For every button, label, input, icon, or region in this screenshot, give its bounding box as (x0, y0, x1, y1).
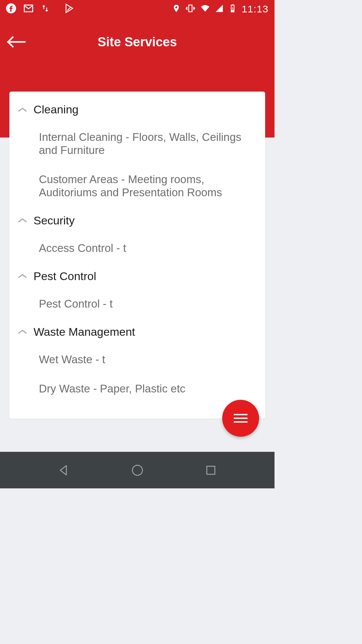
nav-back-button[interactable] (54, 460, 74, 480)
services-card: Cleaning Internal Cleaning - Floors, Wal… (9, 92, 265, 419)
svg-rect-8 (207, 466, 215, 474)
status-left-icons (6, 3, 74, 15)
android-nav-bar (0, 452, 275, 488)
svg-point-7 (132, 465, 142, 475)
wifi-icon (200, 3, 210, 15)
chevron-up-icon (17, 215, 27, 225)
nav-recent-button[interactable] (201, 460, 221, 480)
facebook-icon (6, 3, 16, 15)
chevron-up-icon (17, 327, 27, 337)
page-title: Site Services (0, 35, 275, 49)
section-header-security[interactable]: Security (9, 207, 265, 234)
play-store-icon (64, 3, 74, 15)
status-right-icons: 11:13 (172, 3, 268, 15)
list-item[interactable]: Wet Waste - t (9, 346, 265, 374)
battery-charging-icon (228, 4, 237, 14)
svg-point-2 (175, 6, 177, 8)
section-header-waste-management[interactable]: Waste Management (9, 318, 265, 346)
svg-rect-6 (231, 10, 234, 12)
section-header-cleaning[interactable]: Cleaning (9, 96, 265, 123)
list-item[interactable]: Access Control - t (9, 234, 265, 262)
list-item[interactable]: Internal Cleaning - Floors, Walls, Ceili… (9, 123, 265, 164)
svg-rect-3 (189, 5, 192, 12)
section-title: Cleaning (34, 103, 78, 116)
nav-home-button[interactable] (127, 460, 147, 480)
section-title: Security (34, 214, 75, 227)
status-bar: 11:13 (0, 0, 275, 18)
section-title: Waste Management (34, 325, 135, 338)
status-time: 11:13 (242, 3, 268, 15)
chevron-up-icon (17, 105, 27, 115)
data-sync-icon (41, 4, 50, 14)
title-row: Site Services (0, 30, 275, 54)
list-item[interactable]: Customer Areas - Meeting rooms, Auditori… (9, 164, 265, 207)
section-header-pest-control[interactable]: Pest Control (9, 262, 265, 290)
list-item[interactable]: Dry Waste - Paper, Plastic etc (9, 374, 265, 403)
fab-menu-button[interactable] (222, 400, 259, 437)
chevron-up-icon (17, 271, 27, 281)
list-item[interactable]: Pest Control - t (9, 290, 265, 318)
vibrate-icon (185, 3, 195, 15)
svg-rect-5 (232, 4, 233, 5)
location-icon (172, 4, 181, 14)
gmail-icon (23, 3, 34, 15)
signal-icon (215, 4, 224, 14)
section-title: Pest Control (34, 270, 96, 283)
